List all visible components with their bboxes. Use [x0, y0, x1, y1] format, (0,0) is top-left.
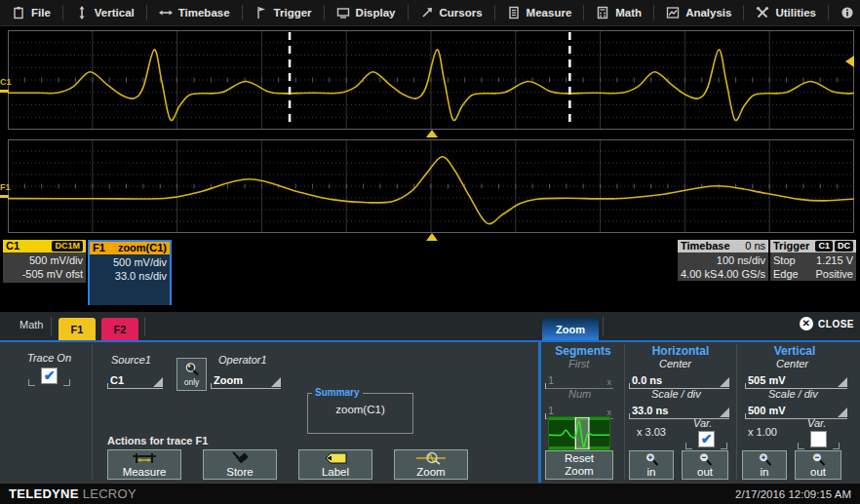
support-icon [840, 6, 854, 19]
f1-descriptor-box[interactable]: F1 zoom(C1) 500 mV/div 33.0 ns/div [88, 240, 172, 305]
zoom-magnifier-icon [416, 451, 446, 465]
vertical-zoom-factor: x 1.00 [748, 426, 777, 438]
dropdown-triangle-icon [720, 407, 729, 417]
tab-f2-label: F2 [114, 324, 127, 335]
tab-f1-label: F1 [71, 324, 84, 335]
f1-hdiv: 33.0 ns/div [93, 269, 167, 283]
trigger-position-marker[interactable] [426, 130, 438, 137]
vertical-zoom-in-button[interactable]: in [742, 450, 787, 480]
vertical-center-dropdown[interactable]: 505 mV [745, 370, 847, 389]
horizontal-var-checkbox[interactable]: ✔ [698, 431, 715, 447]
menu-trigger[interactable]: Trigger [243, 5, 325, 20]
trigger-mode: Stop [773, 253, 796, 267]
menu-measure[interactable]: Measure [495, 5, 585, 20]
close-button[interactable]: ✕ CLOSE [800, 317, 854, 330]
zoom-action-button[interactable]: Zoom [394, 449, 468, 480]
c1-name: C1 [6, 240, 20, 252]
menu-math[interactable]: Math [584, 5, 654, 20]
vertical-scale-dropdown[interactable]: 500 mV [745, 401, 847, 419]
source1-dropdown[interactable]: C1 [107, 370, 163, 389]
measure-action-label: Measure [123, 466, 167, 478]
horizontal-zoom-in-button[interactable]: in [629, 450, 674, 480]
menu-bar: File Vertical Timebase Trigger Display C… [0, 0, 860, 26]
close-label: CLOSE [818, 319, 854, 330]
c1-trace-label: C1 [0, 77, 12, 87]
segments-num-label: Num [568, 388, 591, 400]
zoom-region-preview[interactable] [548, 416, 610, 450]
vertical-zoom-out-button[interactable]: out [795, 450, 841, 480]
zoom-out-icon [811, 452, 826, 466]
zoom-position-marker[interactable] [426, 233, 438, 241]
dropdown-triangle-icon [720, 377, 729, 387]
timebase-header: Timebase 0 ns [678, 240, 768, 252]
display-icon [336, 6, 350, 19]
trigger-level: 1.215 V [816, 253, 853, 267]
horizontal-var-label: Var. [693, 417, 712, 429]
c1-grid[interactable] [8, 30, 854, 130]
trace-on-checkbox[interactable]: ✔ [41, 368, 58, 384]
menu-utilities[interactable]: Utilities [744, 5, 829, 20]
vertical-scale-value: 500 mV [748, 405, 786, 416]
measure-icon [507, 6, 521, 19]
menu-analysis[interactable]: Analysis [654, 5, 744, 20]
zoom-out-icon [698, 452, 713, 466]
math-icon [596, 6, 609, 19]
store-action-label: Store [226, 466, 254, 478]
operator1-label: Operator1 [218, 354, 267, 366]
brand-bold: TELEDYNE [9, 486, 79, 501]
c1-offset-marker[interactable] [0, 90, 9, 93]
status-bar: TELEDYNE LECROY 2/17/2016 12:09:15 AM [0, 483, 860, 504]
dropdown-triangle-icon [838, 407, 847, 417]
f1-function: zoom(C1) [118, 242, 167, 254]
menu-support[interactable]: Support [829, 5, 860, 20]
tab-f1[interactable]: F1 [59, 318, 96, 340]
tab-zoom-label: Zoom [556, 324, 585, 335]
source1-label: Source1 [111, 354, 151, 366]
c1-vdiv: 500 mV/div [6, 253, 83, 267]
trigger-title: Trigger [773, 240, 809, 252]
menu-timebase-label: Timebase [178, 7, 230, 19]
menu-vertical-label: Vertical [95, 7, 135, 19]
trigger-level-marker[interactable] [845, 56, 854, 67]
tab-zoom[interactable]: Zoom [542, 318, 599, 340]
timebase-icon [159, 6, 173, 19]
horizontal-var-checkbox-wrap: ✔ [698, 431, 715, 447]
menu-vertical[interactable]: Vertical [63, 5, 147, 20]
timebase-title: Timebase [681, 240, 730, 252]
horizontal-scale-dropdown[interactable]: 33.0 ns [629, 401, 729, 419]
vertical-header: Vertical [738, 344, 851, 358]
vertical-var-checkbox[interactable] [810, 431, 827, 447]
horizontal-scale-value: 33.0 ns [632, 405, 668, 416]
horizontal-center-dropdown[interactable]: 0.0 ns [629, 370, 729, 389]
f1-zoom-grid[interactable] [8, 139, 854, 233]
tab-f2[interactable]: F2 [101, 318, 138, 340]
brand-light: LECROY [83, 486, 137, 501]
menu-timebase[interactable]: Timebase [147, 5, 243, 20]
only-button[interactable]: only [176, 358, 207, 391]
horizontal-zoom-out-button[interactable]: out [682, 450, 728, 480]
utilities-icon [756, 6, 769, 19]
f1-offset-marker[interactable] [0, 195, 9, 198]
trigger-icon [254, 6, 268, 19]
trigger-header: Trigger C1 DC [770, 240, 856, 252]
horizontal-header: Horizontal [626, 344, 735, 358]
trigger-descriptor-box[interactable]: Trigger C1 DC Stop 1.215 V Edge Positive [770, 240, 856, 281]
store-action-button[interactable]: Store [203, 449, 277, 480]
menu-math-label: Math [615, 7, 642, 19]
analysis-icon [666, 6, 680, 19]
magnifier-icon [184, 362, 200, 377]
menu-cursors[interactable]: Cursors [409, 5, 495, 20]
menu-display[interactable]: Display [325, 5, 409, 20]
horizontal-center-value: 0.0 ns [632, 374, 662, 386]
brand-logo: TELEDYNE LECROY [9, 486, 137, 501]
summary-value: zoom(C1) [308, 404, 412, 415]
operator1-dropdown[interactable]: Zoom [211, 370, 281, 389]
segments-header: Segments [542, 344, 624, 358]
timebase-descriptor-box[interactable]: Timebase 0 ns 100 ns/div 4.00 kS 4.00 GS… [678, 240, 768, 281]
reset-zoom-button[interactable]: Reset Zoom [545, 450, 613, 480]
menu-file[interactable]: File [0, 5, 63, 20]
c1-offset: -505 mV ofst [6, 267, 83, 281]
measure-action-button[interactable]: Measure [107, 449, 181, 480]
label-action-button[interactable]: Label [298, 449, 372, 480]
c1-descriptor-box[interactable]: C1 DC1M 500 mV/div -505 mV ofst [3, 240, 86, 283]
